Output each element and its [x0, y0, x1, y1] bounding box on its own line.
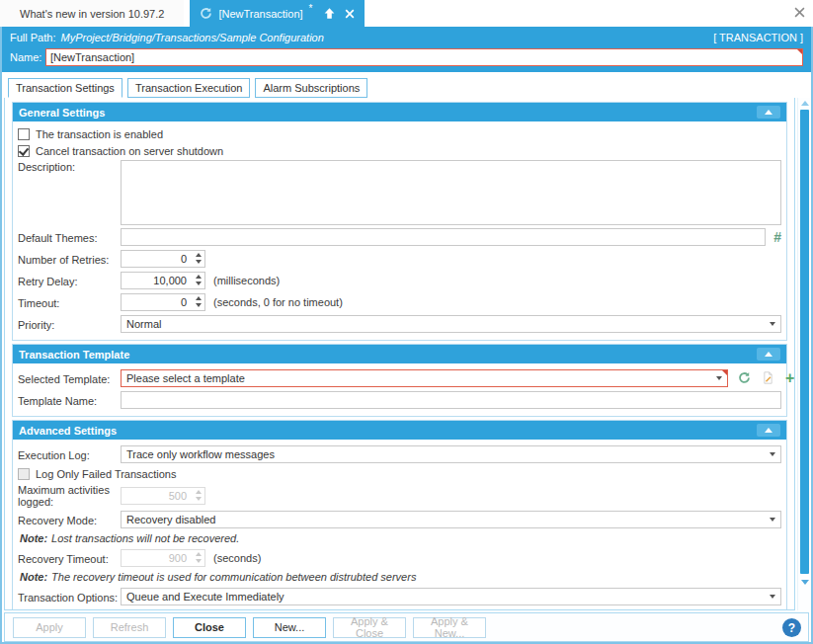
- general-settings-title: General Settings: [19, 107, 105, 119]
- document-tab-bar: What's new in version 10.97.2 [NewTransa…: [0, 0, 813, 27]
- timeout-label: Timeout:: [18, 296, 121, 309]
- retries-stepper[interactable]: 0: [121, 250, 205, 268]
- tab-alarm-subscriptions[interactable]: Alarm Subscriptions: [255, 78, 367, 98]
- apply-button[interactable]: Apply: [13, 617, 86, 638]
- settings-tab-strip: Transaction Settings Transaction Executi…: [2, 72, 811, 98]
- cancel-on-shutdown-checkbox[interactable]: [18, 145, 30, 157]
- execution-log-value: Trace only workflow messages: [126, 448, 275, 460]
- default-themes-row: Default Themes: #: [18, 227, 781, 247]
- recovery-timeout-label: Recovery Timeout:: [18, 552, 121, 565]
- retries-value: 0: [122, 253, 204, 265]
- tab-transaction-settings[interactable]: Transaction Settings: [8, 78, 122, 98]
- max-activities-row: Maximum activities logged: 500: [18, 483, 781, 508]
- template-name-input[interactable]: [121, 391, 781, 409]
- add-template-icon[interactable]: +: [785, 372, 794, 384]
- description-row: Description:: [18, 160, 781, 225]
- selected-template-label: Selected Template:: [18, 372, 121, 385]
- transaction-enabled-row: The transaction is enabled: [18, 126, 781, 141]
- retry-delay-stepper[interactable]: 10,000: [121, 272, 205, 289]
- general-settings-body: The transaction is enabled Cancel transa…: [13, 121, 786, 340]
- execution-log-label: Execution Log:: [18, 448, 121, 461]
- priority-row: Priority: Normal: [18, 314, 781, 334]
- transaction-type-badge: [ TRANSACTION ]: [713, 32, 803, 43]
- main-area: General Settings The transaction is enab…: [2, 97, 811, 610]
- close-window-icon[interactable]: [794, 7, 805, 20]
- description-textarea[interactable]: [121, 160, 781, 225]
- validation-marker-icon: [722, 370, 727, 375]
- template-name-label: Template Name:: [18, 394, 121, 407]
- collapse-template-button[interactable]: [757, 348, 780, 361]
- tab-new-transaction[interactable]: [NewTransaction] *: [190, 0, 364, 27]
- apply-close-button[interactable]: Apply & Close: [333, 617, 406, 638]
- max-activities-value: 500: [122, 490, 204, 502]
- modified-asterisk: *: [309, 3, 313, 14]
- priority-value: Normal: [126, 318, 161, 330]
- close-tab-icon[interactable]: [345, 9, 355, 19]
- scroll-up-icon[interactable]: [801, 101, 809, 106]
- themes-tag-hash-icon[interactable]: #: [773, 229, 781, 245]
- recovery-mode-value: Recovery disabled: [126, 514, 216, 525]
- validation-marker-icon: [797, 49, 802, 54]
- transaction-options-dropdown[interactable]: Queue and Execute Immediately: [121, 588, 781, 605]
- retry-delay-label: Retry Delay:: [18, 275, 121, 287]
- transaction-enabled-checkbox[interactable]: [18, 128, 30, 140]
- collapse-general-button[interactable]: [757, 106, 780, 119]
- tab-transaction-execution[interactable]: Transaction Execution: [127, 78, 250, 98]
- name-input[interactable]: [46, 49, 802, 65]
- recovery-timeout-suffix: (seconds): [213, 552, 261, 564]
- new-button[interactable]: New...: [253, 617, 326, 638]
- stepper-arrows-icon[interactable]: [196, 296, 202, 307]
- refresh-templates-icon[interactable]: [738, 371, 751, 386]
- note-label: Note:: [20, 571, 47, 583]
- tab-whats-new-label: What's new in version 10.97.2: [20, 8, 164, 20]
- retry-delay-row: Retry Delay: 10,000 (milliseconds): [18, 271, 781, 290]
- default-themes-input[interactable]: [121, 228, 766, 246]
- priority-dropdown[interactable]: Normal: [121, 315, 781, 333]
- recovery-timeout-row: Recovery Timeout: 900 (seconds): [18, 548, 781, 568]
- selected-template-dropdown[interactable]: Please select a template: [121, 369, 728, 387]
- popout-icon[interactable]: [323, 7, 336, 20]
- help-icon[interactable]: ?: [782, 618, 801, 637]
- transaction-template-body: Selected Template: Please select a templ…: [13, 363, 786, 416]
- recovery-mode-dropdown[interactable]: Recovery disabled: [121, 511, 781, 528]
- priority-label: Priority:: [18, 318, 121, 331]
- scrollbar-thumb[interactable]: [800, 110, 809, 574]
- full-path-row: Full Path: MyProject/Bridging/Transactio…: [10, 30, 803, 45]
- name-label: Name:: [10, 51, 45, 63]
- log-failed-checkbox[interactable]: [18, 468, 30, 480]
- footer-bar: Apply Refresh Close New... Apply & Close…: [4, 612, 809, 642]
- note-label: Note:: [20, 532, 47, 544]
- recovery-note-text: Lost transactions will not be recovered.: [51, 532, 239, 544]
- max-activities-stepper: 500: [121, 487, 205, 505]
- stepper-arrows-icon[interactable]: [196, 275, 202, 285]
- refresh-tab-icon: [200, 7, 212, 20]
- close-button[interactable]: Close: [173, 617, 246, 638]
- tab-whats-new[interactable]: What's new in version 10.97.2: [0, 0, 184, 27]
- stepper-arrows-icon: [196, 552, 202, 563]
- transaction-options-row: Transaction Options: Queue and Execute I…: [18, 587, 781, 606]
- collapse-advanced-button[interactable]: [757, 424, 780, 437]
- execution-log-dropdown[interactable]: Trace only workflow messages: [121, 445, 781, 463]
- stepper-arrows-icon[interactable]: [196, 253, 202, 264]
- recovery-timeout-note-text: The recovery timeout is used for communi…: [51, 571, 416, 583]
- log-failed-label: Log Only Failed Transactions: [36, 468, 176, 480]
- stepper-arrows-icon: [196, 490, 202, 501]
- retries-row: Number of Retries: 0: [18, 249, 781, 269]
- recovery-timeout-stepper: 900: [121, 549, 205, 567]
- cancel-on-shutdown-label: Cancel transaction on server shutdown: [36, 145, 223, 157]
- transaction-options-note: Note:When submitted, queue for execution…: [20, 609, 779, 610]
- vertical-scrollbar[interactable]: [797, 97, 810, 610]
- max-activities-label: Maximum activities logged:: [18, 483, 121, 508]
- advanced-settings-body: Execution Log: Trace only workflow messa…: [13, 440, 786, 610]
- log-failed-row: Log Only Failed Transactions: [18, 466, 781, 481]
- advanced-settings-section: Advanced Settings Execution Log: Trace o…: [12, 420, 787, 610]
- edit-template-icon[interactable]: [762, 371, 774, 386]
- advanced-settings-header: Advanced Settings: [13, 421, 786, 440]
- scroll-down-icon[interactable]: [801, 580, 809, 585]
- timeout-value: 0: [122, 296, 204, 308]
- transaction-template-section: Transaction Template Selected Template: …: [12, 344, 787, 417]
- template-actions: + −: [738, 371, 795, 386]
- refresh-button[interactable]: Refresh: [93, 617, 166, 638]
- apply-new-button[interactable]: Apply & New...: [413, 617, 486, 638]
- timeout-stepper[interactable]: 0: [121, 293, 205, 311]
